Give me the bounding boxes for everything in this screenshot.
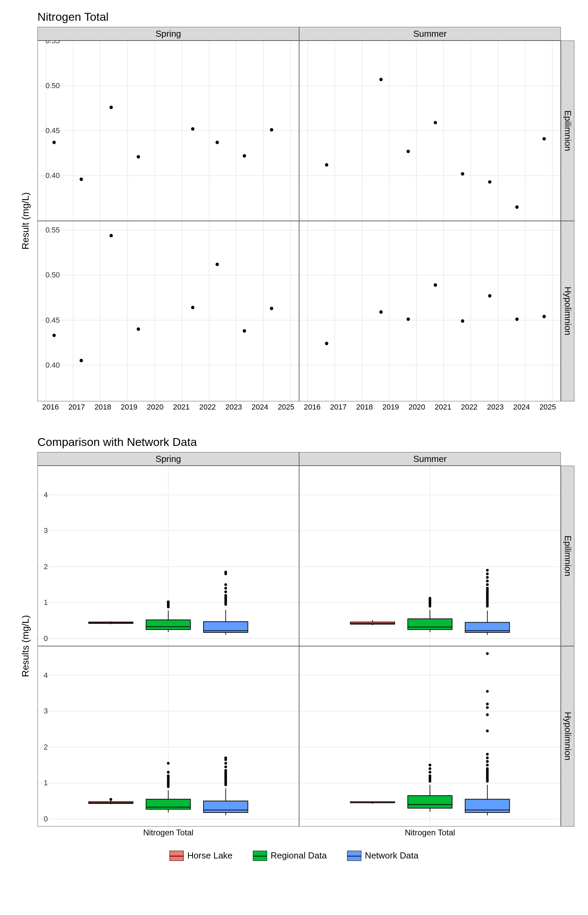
scatter-panel-spring-epi: 0.400.450.500.55 — [37, 40, 299, 221]
svg-point-66 — [52, 334, 56, 337]
box-title: Comparison with Network Data — [37, 435, 574, 449]
legend-key-regional: Regional Data — [253, 850, 327, 861]
svg-point-90 — [407, 318, 410, 321]
legend-swatch-horse-lake — [170, 851, 184, 861]
svg-point-170 — [486, 583, 489, 586]
svg-point-260 — [486, 706, 489, 709]
svg-point-202 — [167, 771, 170, 774]
svg-point-258 — [486, 729, 489, 732]
svg-point-255 — [486, 760, 489, 763]
box-panel-summer-hypo — [299, 646, 561, 826]
svg-text:0.45: 0.45 — [45, 315, 60, 324]
legend-label-network: Network Data — [365, 850, 418, 861]
svg-point-45 — [488, 180, 491, 183]
svg-text:0: 0 — [44, 815, 48, 823]
svg-point-95 — [543, 315, 546, 318]
svg-point-257 — [486, 753, 489, 756]
box-panel-summer-epi — [299, 466, 561, 646]
legend-swatch-network — [347, 851, 361, 861]
scatter-yaxis-label: Result (mg/L) — [20, 192, 31, 249]
svg-text:0.50: 0.50 — [45, 81, 60, 90]
svg-point-263 — [486, 652, 489, 655]
svg-rect-233 — [408, 795, 452, 808]
svg-point-18 — [52, 141, 56, 144]
svg-point-254 — [486, 763, 489, 766]
box-yaxis-label: Results (mg/L) — [20, 615, 31, 677]
svg-point-24 — [242, 154, 246, 158]
svg-text:2: 2 — [44, 742, 48, 751]
svg-point-42 — [407, 150, 410, 153]
svg-text:4: 4 — [44, 671, 48, 679]
svg-point-190 — [110, 798, 112, 800]
svg-point-154 — [429, 597, 431, 600]
svg-point-43 — [434, 121, 437, 124]
svg-point-94 — [515, 318, 519, 321]
legend-label-horse-lake: Horse Lake — [187, 850, 233, 861]
row-strip-epi: Epilimnion — [561, 40, 574, 221]
svg-text:3: 3 — [44, 526, 48, 535]
svg-point-20 — [110, 105, 113, 109]
svg-point-256 — [486, 757, 489, 759]
svg-point-134 — [224, 571, 227, 573]
svg-text:2: 2 — [44, 562, 48, 571]
svg-point-130 — [224, 591, 227, 593]
svg-point-19 — [80, 177, 83, 181]
box-panel-spring-hypo: 01234 — [37, 646, 299, 826]
svg-point-68 — [110, 234, 113, 237]
svg-point-70 — [191, 306, 194, 309]
svg-point-131 — [224, 587, 227, 590]
svg-text:0.55: 0.55 — [45, 226, 60, 234]
svg-rect-143 — [351, 622, 395, 624]
svg-point-216 — [224, 769, 227, 772]
svg-text:0.40: 0.40 — [45, 361, 60, 369]
svg-point-88 — [325, 342, 328, 345]
legend-swatch-regional — [253, 851, 267, 861]
svg-text:0.40: 0.40 — [45, 171, 60, 180]
svg-point-220 — [224, 757, 227, 759]
svg-point-173 — [486, 572, 489, 575]
svg-point-218 — [224, 762, 227, 765]
svg-point-203 — [167, 762, 170, 765]
svg-point-119 — [167, 600, 170, 603]
svg-point-67 — [80, 359, 83, 362]
scatter-panel-spring-hypo: 0.400.450.500.55 — [37, 221, 299, 401]
svg-point-129 — [224, 594, 227, 597]
box-col-strip-spring: Spring — [37, 452, 299, 466]
box-col-strip-summer: Summer — [299, 452, 561, 466]
legend-key-network: Network Data — [347, 850, 418, 861]
svg-text:0: 0 — [44, 634, 48, 643]
scatter-facet-grid: Spring Summer Result (mg/L) 0.400.450.50… — [14, 27, 574, 415]
scatter-xaxis-summer: 2016201720182019202020212022202320242025 — [299, 401, 561, 415]
svg-rect-206 — [204, 801, 248, 813]
svg-rect-193 — [146, 799, 190, 810]
svg-point-91 — [434, 283, 437, 287]
box-panel-spring-epi: 01234 — [37, 466, 299, 646]
svg-point-132 — [224, 583, 227, 586]
svg-point-73 — [270, 307, 273, 310]
svg-point-23 — [215, 141, 219, 144]
scatter-title: Nitrogen Total — [37, 10, 574, 24]
legend-label-regional: Regional Data — [271, 850, 327, 861]
svg-point-238 — [429, 774, 431, 777]
col-strip-summer: Summer — [299, 27, 561, 40]
svg-point-217 — [224, 766, 227, 768]
svg-point-89 — [380, 310, 383, 314]
svg-text:4: 4 — [44, 490, 48, 499]
legend-key-horse-lake: Horse Lake — [170, 850, 233, 861]
box-xaxis-spring: Nitrogen Total — [37, 826, 299, 840]
svg-point-93 — [488, 294, 491, 297]
svg-point-22 — [191, 127, 194, 131]
svg-point-92 — [461, 319, 464, 323]
svg-point-262 — [486, 690, 489, 693]
col-strip-spring: Spring — [37, 27, 299, 40]
svg-point-44 — [461, 172, 464, 176]
svg-rect-147 — [408, 619, 452, 630]
svg-point-41 — [380, 78, 383, 81]
svg-point-174 — [486, 569, 489, 572]
svg-point-47 — [543, 137, 546, 141]
box-row-strip-hypo: Hypolimnion — [561, 646, 574, 826]
svg-rect-113 — [146, 620, 190, 630]
svg-rect-244 — [465, 799, 509, 813]
svg-point-239 — [429, 771, 431, 774]
svg-point-171 — [486, 580, 489, 582]
